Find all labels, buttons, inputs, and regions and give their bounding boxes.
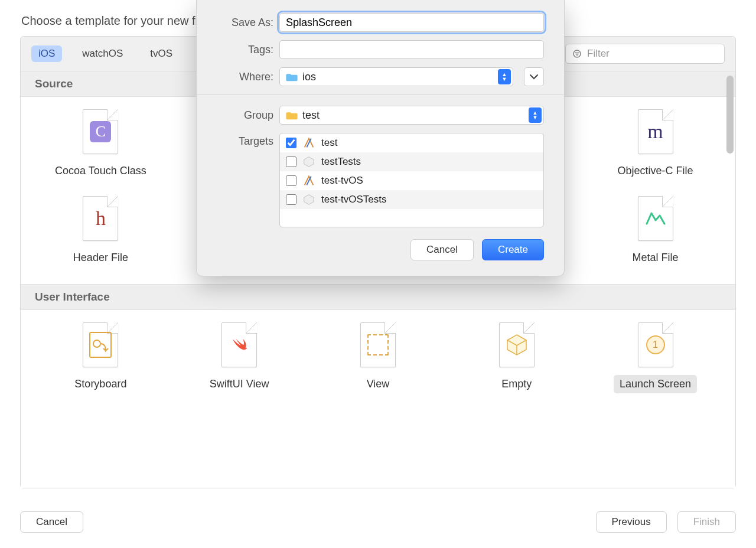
template-header-file[interactable]: h Header File xyxy=(41,195,159,267)
bundle-icon xyxy=(302,193,315,206)
target-row-empty xyxy=(280,209,543,227)
group-select[interactable]: test ▲▼ xyxy=(279,106,544,125)
scrollbar-thumb[interactable] xyxy=(726,76,734,154)
class-icon: C xyxy=(90,121,111,142)
expand-button[interactable] xyxy=(524,67,544,86)
target-checkbox[interactable] xyxy=(286,175,296,186)
app-icon xyxy=(302,174,315,187)
template-empty[interactable]: Empty xyxy=(458,322,576,393)
launch-icon: 1 xyxy=(646,335,665,354)
cube-icon xyxy=(505,333,529,357)
svg-marker-8 xyxy=(304,157,314,167)
template-label: Metal File xyxy=(627,249,685,267)
target-checkbox[interactable] xyxy=(286,156,296,167)
template-label: Cocoa Touch Class xyxy=(49,162,152,180)
sheet-cancel-button[interactable]: Cancel xyxy=(410,239,474,260)
group-value: test xyxy=(302,109,320,122)
tab-ios[interactable]: iOS xyxy=(31,45,62,62)
save-as-input[interactable] xyxy=(279,13,544,32)
targets-list: test testTests test-tvOS test-tvOSTests xyxy=(279,133,544,227)
tab-tvos[interactable]: tvOS xyxy=(143,45,180,62)
target-checkbox[interactable] xyxy=(286,138,296,148)
filter-field[interactable] xyxy=(565,44,725,64)
folder-icon xyxy=(286,110,298,120)
template-storyboard[interactable]: Storyboard xyxy=(41,322,159,393)
objc-icon: m xyxy=(647,120,663,143)
finish-button: Finish xyxy=(677,511,736,533)
chevron-down-icon xyxy=(530,74,538,80)
template-label: SwiftUI View xyxy=(204,375,275,393)
stepper-icon: ▲▼ xyxy=(529,107,542,123)
target-row[interactable]: test xyxy=(280,133,543,152)
save-as-label: Save As: xyxy=(217,17,273,29)
template-swiftui-view[interactable]: SwiftUI View xyxy=(180,322,298,393)
bundle-icon xyxy=(302,155,315,168)
wizard-button-bar: Cancel Previous Finish xyxy=(20,511,736,533)
cancel-button[interactable]: Cancel xyxy=(20,511,83,533)
target-name: test-tvOS xyxy=(321,175,363,187)
template-objc-file[interactable]: m Objective-C File xyxy=(597,109,715,180)
template-metal-file[interactable]: Metal File xyxy=(597,195,715,267)
metal-icon xyxy=(646,207,666,230)
swift-icon xyxy=(229,334,249,356)
tags-input[interactable] xyxy=(279,40,544,59)
target-name: testTests xyxy=(321,156,361,168)
header-icon: h xyxy=(96,207,106,230)
section-header-ui: User Interface xyxy=(21,284,735,310)
where-value: ios xyxy=(302,71,316,83)
save-sheet: Save As: Tags: Where: ios ▲▼ Group test … xyxy=(196,0,565,276)
group-label: Group xyxy=(217,109,273,122)
svg-marker-9 xyxy=(304,195,314,205)
template-label: Launch Screen xyxy=(614,375,697,393)
template-cocoa-touch-class[interactable]: C Cocoa Touch Class xyxy=(41,109,159,180)
filter-icon xyxy=(572,48,582,59)
where-select[interactable]: ios ▲▼ xyxy=(279,67,513,86)
target-checkbox[interactable] xyxy=(286,194,296,205)
app-icon xyxy=(302,136,315,149)
template-label: Header File xyxy=(67,249,134,267)
folder-icon xyxy=(286,72,298,81)
tags-label: Tags: xyxy=(217,44,273,56)
where-label: Where: xyxy=(217,71,273,83)
svg-point-5 xyxy=(93,340,100,347)
template-launch-screen[interactable]: 1 Launch Screen xyxy=(597,322,715,393)
tab-watchos[interactable]: watchOS xyxy=(75,45,130,62)
target-name: test-tvOSTests xyxy=(321,194,387,206)
target-row[interactable]: test-tvOSTests xyxy=(280,190,543,209)
targets-label: Targets xyxy=(217,135,273,148)
template-view[interactable]: View xyxy=(319,322,437,393)
template-label: Empty xyxy=(496,375,537,393)
template-label: Objective-C File xyxy=(612,162,699,180)
target-row[interactable]: test-tvOS xyxy=(280,171,543,190)
ui-grid: Storyboard SwiftUI View View xyxy=(21,310,735,411)
target-name: test xyxy=(321,137,337,149)
view-icon xyxy=(367,334,389,355)
template-label: View xyxy=(361,375,396,393)
filter-input[interactable] xyxy=(587,48,718,60)
stepper-icon: ▲▼ xyxy=(498,69,511,84)
storyboard-icon xyxy=(88,331,113,359)
sheet-create-button[interactable]: Create xyxy=(482,239,544,260)
previous-button[interactable]: Previous xyxy=(596,511,667,533)
template-label: Storyboard xyxy=(69,375,132,393)
target-row[interactable]: testTests xyxy=(280,152,543,171)
